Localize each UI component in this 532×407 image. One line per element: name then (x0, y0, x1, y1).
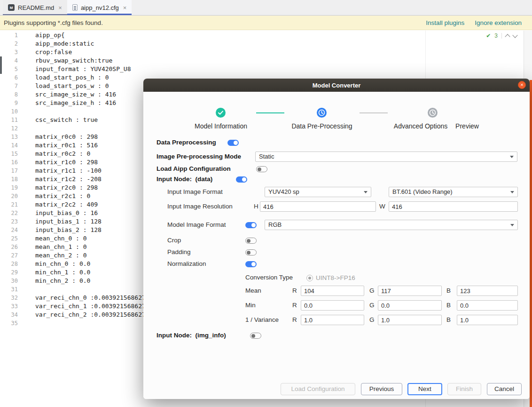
mean-b-input[interactable] (457, 286, 518, 296)
variance-r-input[interactable] (301, 315, 364, 325)
code-text: min_chn_0 : 0.0 (35, 260, 90, 268)
tab-aipp-cfg[interactable]: aipp_nv12.cfg × (67, 0, 132, 15)
line-number: 8 (0, 90, 18, 99)
cancel-button[interactable]: Cancel (487, 383, 522, 395)
line-number: 4 (0, 56, 18, 65)
line-number: 26 (0, 243, 18, 251)
line-number: 32 (0, 294, 18, 302)
mean-g-input[interactable] (378, 286, 442, 296)
line-number: 19 (0, 184, 18, 192)
previous-button[interactable]: Previous (361, 383, 402, 395)
inspections-count: 3 (494, 32, 498, 39)
code-line[interactable]: 5input_format : YUV420SP_U8 (0, 65, 524, 73)
load-aipp-configuration-toggle[interactable] (256, 166, 267, 172)
model-image-format-toggle[interactable] (245, 222, 257, 228)
dialog-body: Model Information Data Pre-Processing Ad… (143, 92, 530, 399)
line-number: 11 (0, 116, 18, 124)
line-number: 30 (0, 277, 18, 285)
line-number: 10 (0, 107, 18, 116)
ignore-extension-link[interactable]: Ignore extension (475, 19, 522, 26)
code-text: matrix_r1c1 : -100 (35, 167, 102, 175)
crop-toggle[interactable] (245, 238, 257, 244)
divider (501, 33, 502, 39)
step-preview[interactable]: Preview (449, 122, 485, 130)
code-line[interactable]: 3crop:false (0, 48, 524, 56)
ide-window: M README.md × aipp_nv12.cfg × Plugins su… (0, 0, 532, 407)
model-image-format-dropdown[interactable]: RGB (265, 220, 518, 230)
model-image-format-label: Model Image Format (167, 221, 226, 228)
code-text: aipp_op{ (35, 31, 65, 40)
code-text: src_image_size_w : 416 (35, 90, 116, 99)
min-b-input[interactable] (457, 300, 518, 311)
prev-problem-icon[interactable] (505, 34, 510, 39)
resolution-h-input[interactable] (260, 201, 376, 212)
variance-b-input[interactable] (457, 315, 518, 325)
variance-r-label: R (292, 316, 297, 323)
normalization-label: Normalization (167, 260, 206, 267)
close-icon[interactable]: × (123, 5, 127, 11)
code-text: matrix_r2c0 : 298 (35, 184, 98, 192)
code-line[interactable]: 2aipp_mode:static (0, 40, 524, 48)
min-r-input[interactable] (301, 300, 364, 311)
line-number: 14 (0, 141, 18, 150)
image-preprocessing-mode-label: Image Pre-processing Mode (156, 153, 241, 160)
tab-label: aipp_nv12.cfg (81, 4, 119, 11)
next-problem-icon[interactable] (512, 32, 517, 38)
data-preprocessing-toggle[interactable] (227, 140, 239, 146)
code-text: input_bias_1 : 128 (35, 217, 102, 226)
resolution-h-label: H (254, 203, 258, 210)
code-text: csc_switch : true (35, 116, 98, 124)
code-text: aipp_mode:static (35, 40, 94, 48)
code-text: load_start_pos_w : 0 (35, 82, 109, 90)
tab-label: README.md (18, 4, 54, 11)
min-g-input[interactable] (378, 300, 442, 311)
conversion-type-label: Conversion Type (245, 274, 293, 281)
resolution-w-input[interactable] (389, 201, 518, 212)
step-model-information[interactable]: Model Information (172, 122, 270, 130)
next-button[interactable]: Next (407, 383, 442, 395)
code-text: rbuv_swap_switch:true (35, 56, 112, 65)
code-text: crop:false (35, 48, 72, 56)
normalization-toggle[interactable] (245, 261, 257, 267)
finish-button[interactable]: Finish (447, 383, 481, 395)
line-number: 28 (0, 260, 18, 268)
step-data-pre-processing[interactable]: Data Pre-Processing (273, 122, 371, 130)
cfg-file-icon (72, 4, 78, 11)
input-image-format-dropdown[interactable]: YUV420 sp (265, 187, 371, 197)
inspections-widget[interactable]: ✔ 3 (486, 32, 517, 40)
dialog-titlebar[interactable]: Model Converter × (143, 79, 530, 92)
code-line[interactable]: 4rbuv_swap_switch:true (0, 56, 524, 65)
line-number: 15 (0, 150, 18, 158)
data-pre-processing-step-clock-icon (317, 108, 327, 118)
color-range-dropdown[interactable]: BT.601 (Video Range) (389, 187, 518, 197)
input-node-data-toggle[interactable] (236, 176, 247, 183)
input-node-img-info-toggle[interactable] (250, 333, 261, 339)
line-number: 35 (0, 319, 18, 327)
line-number: 34 (0, 311, 18, 319)
line-number: 17 (0, 167, 18, 175)
min-r-label: R (292, 302, 297, 309)
install-plugins-link[interactable]: Install plugins (426, 19, 464, 26)
mean-label: Mean (245, 287, 261, 294)
editor-tab-bar: M README.md × aipp_nv12.cfg × (0, 0, 532, 16)
dialog-title: Model Converter (313, 82, 361, 89)
close-icon[interactable]: × (58, 5, 62, 11)
image-preprocessing-mode-dropdown[interactable]: Static (255, 152, 517, 162)
variance-g-label: G (369, 316, 375, 323)
variance-g-input[interactable] (378, 315, 442, 325)
line-number: 3 (0, 48, 18, 56)
step-connector-pending (360, 112, 388, 113)
load-configuration-button[interactable]: Load Configuration (281, 383, 355, 395)
line-number: 22 (0, 209, 18, 217)
padding-toggle[interactable] (245, 249, 257, 255)
code-text: input_bias_0 : 16 (35, 209, 98, 217)
conversion-type-radio[interactable] (306, 275, 313, 281)
mean-r-input[interactable] (301, 286, 364, 296)
code-line[interactable]: 1aipp_op{ (0, 31, 524, 40)
code-text: input_bias_2 : 128 (35, 226, 102, 234)
line-number: 29 (0, 268, 18, 277)
code-text: var_reci_chn_2 :0.003921568627451 (35, 311, 156, 319)
line-number: 27 (0, 251, 18, 260)
tab-readme[interactable]: M README.md × (3, 0, 67, 15)
dialog-close-button[interactable]: × (518, 81, 526, 89)
